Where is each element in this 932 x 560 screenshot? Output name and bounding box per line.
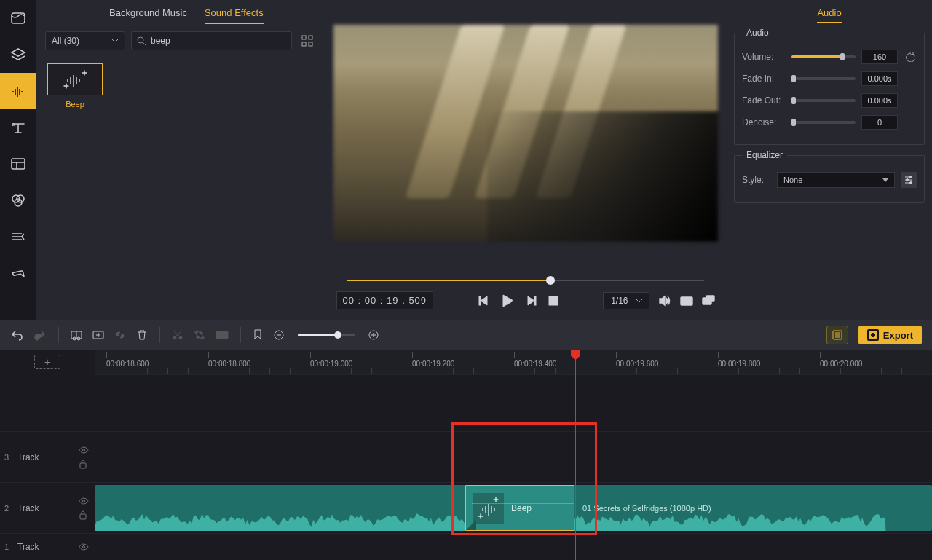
add-marker-button[interactable] xyxy=(92,329,104,341)
clip-thumb xyxy=(473,493,504,524)
category-toolbar: A xyxy=(0,0,36,320)
audio-clip-label: 01 Secrets of Selfridges (1080p HD) xyxy=(582,504,932,513)
mute-button[interactable] xyxy=(658,295,671,307)
library-search[interactable] xyxy=(131,31,292,50)
stop-button[interactable] xyxy=(548,295,559,307)
volume-value[interactable]: 160 xyxy=(861,50,898,64)
marker-tool-button[interactable] xyxy=(253,329,263,341)
lock-icon[interactable] xyxy=(79,459,87,469)
library-text-tab[interactable]: A xyxy=(0,109,36,146)
volume-slider[interactable] xyxy=(791,55,856,58)
library-view-toggle[interactable] xyxy=(298,31,317,50)
fade-in-value[interactable]: 0.000s xyxy=(861,71,898,86)
audio-clip-beep[interactable]: Beep xyxy=(465,485,574,531)
timeline-ruler[interactable]: 00:00:18.60000:00:18.80000:00:19.00000:0… xyxy=(95,350,932,374)
zoom-out-button[interactable] xyxy=(273,329,285,341)
video-preview[interactable] xyxy=(333,25,718,242)
eq-settings-button[interactable] xyxy=(901,172,917,188)
svg-rect-26 xyxy=(216,331,228,339)
undo-button[interactable] xyxy=(10,329,23,341)
visibility-icon[interactable] xyxy=(79,497,89,505)
snapshot-button[interactable] xyxy=(680,295,693,307)
denoise-slider[interactable] xyxy=(791,121,856,124)
library-item-thumb xyxy=(47,63,103,95)
playhead[interactable] xyxy=(575,350,576,560)
timeline-zoom-slider[interactable] xyxy=(298,334,355,336)
lock-icon[interactable] xyxy=(79,510,87,520)
visibility-icon[interactable] xyxy=(79,446,89,454)
volume-label: Volume: xyxy=(742,52,786,62)
chevron-down-icon xyxy=(111,37,119,44)
svg-rect-9 xyxy=(302,42,306,46)
library-audio-tab[interactable] xyxy=(0,73,36,109)
denoise-label: Denoise: xyxy=(742,117,786,127)
svg-rect-13 xyxy=(549,296,558,305)
track-lane-1[interactable] xyxy=(95,533,932,560)
visibility-icon[interactable] xyxy=(79,543,89,551)
playback-progress[interactable] xyxy=(347,278,704,283)
fade-in-slider[interactable] xyxy=(791,77,856,80)
library-stickers-tab[interactable] xyxy=(0,255,36,291)
library-filter-dropdown[interactable]: All (30) xyxy=(45,31,125,50)
properties-tab-audio[interactable]: Audio xyxy=(734,0,925,23)
track-header-1[interactable]: 1 Track xyxy=(0,533,95,560)
detach-button[interactable] xyxy=(702,295,715,307)
play-button[interactable] xyxy=(499,293,516,309)
track-header-2[interactable]: 2 Track xyxy=(0,482,95,533)
delete-button[interactable] xyxy=(136,329,148,341)
preview-panel: 00 : 00 : 19 . 509 1/16 xyxy=(324,0,727,320)
svg-point-24 xyxy=(173,336,176,339)
tab-background-music[interactable]: Background Music xyxy=(109,7,187,24)
add-track-button[interactable]: + xyxy=(34,355,60,369)
zoom-in-button[interactable] xyxy=(368,329,379,341)
svg-point-25 xyxy=(179,336,182,339)
properties-panel: Audio Audio Volume: 160 Fade In: 0.000s … xyxy=(727,0,932,320)
track-lane-2[interactable]: 01 Secrets of Selfridges (1080p HD) Beep xyxy=(95,482,932,533)
library-effects-tab[interactable] xyxy=(0,182,36,218)
track-lane-3[interactable] xyxy=(95,431,932,482)
crop-button[interactable] xyxy=(194,329,205,341)
playback-time: 00 : 00 : 19 . 509 xyxy=(336,291,434,309)
split-button[interactable] xyxy=(71,329,82,341)
svg-rect-2 xyxy=(12,159,25,169)
library-search-input[interactable] xyxy=(151,36,287,46)
volume-reset-button[interactable] xyxy=(904,52,917,62)
eq-style-dropdown[interactable]: None xyxy=(777,172,895,188)
svg-rect-10 xyxy=(309,42,312,46)
timeline-canvas[interactable]: 00:00:18.60000:00:18.80000:00:19.00000:0… xyxy=(95,350,932,560)
render-settings-button[interactable] xyxy=(826,326,848,344)
speed-button[interactable] xyxy=(216,329,229,341)
redo-button[interactable] xyxy=(33,329,47,341)
link-button[interactable] xyxy=(114,329,126,341)
svg-rect-31 xyxy=(80,463,86,468)
library-layers-tab[interactable] xyxy=(0,36,36,73)
denoise-value[interactable]: 0 xyxy=(861,115,898,130)
preview-zoom-value: 1/16 xyxy=(611,296,628,306)
export-button[interactable]: Export xyxy=(858,326,922,344)
track-header-3[interactable]: 3 Track xyxy=(0,431,95,482)
svg-rect-16 xyxy=(706,296,714,301)
svg-rect-7 xyxy=(302,36,306,39)
prev-frame-button[interactable] xyxy=(478,295,489,307)
preview-zoom-dropdown[interactable]: 1/16 xyxy=(603,292,649,309)
cut-button[interactable] xyxy=(172,329,183,341)
fade-out-label: Fade Out: xyxy=(742,95,786,106)
svg-point-30 xyxy=(83,449,85,451)
library-transitions-tab[interactable] xyxy=(0,218,36,255)
svg-text:A: A xyxy=(12,122,16,128)
svg-point-18 xyxy=(907,179,909,181)
fade-in-label: Fade In: xyxy=(742,74,786,84)
equalizer-group: Equalizer Style: None xyxy=(734,155,925,203)
fade-out-value[interactable]: 0.000s xyxy=(861,93,898,108)
library-media-tab[interactable] xyxy=(0,0,36,36)
audio-group: Audio Volume: 160 Fade In: 0.000s Fade O… xyxy=(734,33,925,145)
svg-rect-11 xyxy=(479,296,481,305)
clip-label: Beep xyxy=(511,503,532,513)
search-icon xyxy=(136,36,146,46)
library-item-beep[interactable]: Beep xyxy=(44,63,106,109)
library-templates-tab[interactable] xyxy=(0,146,36,182)
tab-sound-effects[interactable]: Sound Effects xyxy=(205,7,264,24)
next-frame-button[interactable] xyxy=(526,295,537,307)
eq-style-label: Style: xyxy=(742,175,771,185)
fade-out-slider[interactable] xyxy=(791,99,856,102)
